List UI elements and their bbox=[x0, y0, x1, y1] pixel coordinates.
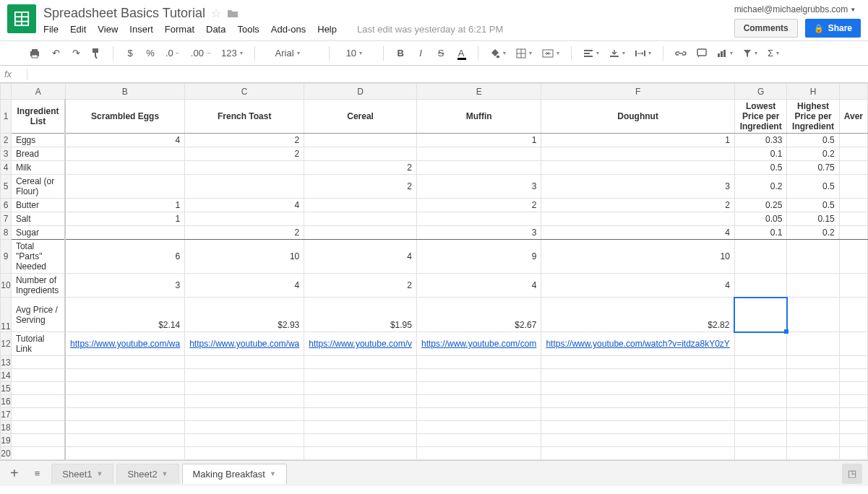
cell[interactable]: 3 bbox=[65, 274, 185, 298]
cell[interactable]: 0.25 bbox=[734, 199, 787, 212]
cell[interactable] bbox=[65, 421, 185, 434]
cell[interactable]: 0.2 bbox=[787, 147, 839, 161]
cell[interactable]: 2 bbox=[304, 274, 417, 298]
cell[interactable] bbox=[416, 161, 541, 175]
cell[interactable] bbox=[839, 298, 867, 332]
cell[interactable]: 0.5 bbox=[787, 175, 839, 199]
share-button[interactable]: 🔒Share bbox=[805, 19, 861, 38]
cell[interactable] bbox=[65, 447, 185, 460]
cell[interactable]: 2 bbox=[304, 175, 417, 199]
col-header-D[interactable]: D bbox=[304, 84, 417, 100]
row-header-1[interactable]: 1 bbox=[1, 100, 12, 134]
cell[interactable] bbox=[541, 382, 734, 395]
cell[interactable]: 2 bbox=[541, 199, 734, 212]
chevron-down-icon[interactable]: ▼ bbox=[270, 470, 276, 477]
cell[interactable]: 1 bbox=[541, 134, 734, 147]
header-cell-partial[interactable]: Aver bbox=[839, 100, 867, 134]
chevron-down-icon[interactable]: ▼ bbox=[96, 470, 103, 477]
row-header-20[interactable]: 20 bbox=[1, 447, 12, 460]
cell[interactable] bbox=[304, 382, 417, 395]
row-header-4[interactable]: 4 bbox=[1, 161, 12, 175]
cell[interactable]: 4 bbox=[185, 274, 304, 298]
header-cell[interactable]: Ingredient List bbox=[11, 100, 65, 134]
cell[interactable] bbox=[304, 134, 417, 147]
cell[interactable] bbox=[839, 421, 867, 434]
fill-color-icon[interactable] bbox=[490, 48, 506, 58]
folder-icon[interactable] bbox=[227, 9, 239, 19]
cell[interactable]: 1 bbox=[65, 199, 185, 212]
cell[interactable] bbox=[304, 147, 417, 161]
cell[interactable]: Milk bbox=[11, 161, 65, 175]
chart-icon[interactable] bbox=[717, 49, 733, 58]
cell[interactable] bbox=[787, 356, 839, 369]
select-all-corner[interactable] bbox=[1, 84, 12, 100]
cell[interactable]: Avg Price / Serving bbox=[11, 298, 65, 332]
cell[interactable] bbox=[304, 212, 417, 226]
cell[interactable] bbox=[416, 434, 541, 447]
cell[interactable]: 4 bbox=[65, 134, 185, 147]
header-cell[interactable]: Highest Price per Ingredient bbox=[787, 100, 839, 134]
menu-view[interactable]: View bbox=[98, 24, 118, 35]
cell[interactable] bbox=[11, 382, 65, 395]
cell[interactable] bbox=[11, 408, 65, 421]
cell[interactable] bbox=[304, 226, 417, 240]
cell[interactable] bbox=[65, 147, 185, 161]
cell[interactable]: 4 bbox=[541, 274, 734, 298]
cell[interactable] bbox=[304, 434, 417, 447]
cell[interactable]: 0.5 bbox=[787, 134, 839, 147]
cell[interactable] bbox=[185, 382, 304, 395]
cell[interactable]: 0.1 bbox=[734, 226, 787, 240]
cell[interactable]: $1.95 bbox=[304, 298, 417, 332]
link-cell[interactable]: https://www.youtube.com/wa bbox=[185, 332, 304, 356]
last-edit-info[interactable]: Last edit was yesterday at 6:21 PM bbox=[357, 24, 503, 35]
cell[interactable]: 9 bbox=[416, 240, 541, 274]
cell[interactable] bbox=[185, 175, 304, 199]
all-sheets-button[interactable]: ≡ bbox=[30, 465, 45, 482]
link-cell[interactable]: https://www.youtube.com/watch?v=itdza8kY… bbox=[541, 332, 734, 356]
cell[interactable] bbox=[65, 408, 185, 421]
cell[interactable] bbox=[11, 369, 65, 382]
cell[interactable] bbox=[839, 408, 867, 421]
cell[interactable]: Tutorial Link bbox=[11, 332, 65, 356]
cell[interactable] bbox=[185, 369, 304, 382]
cell[interactable] bbox=[65, 434, 185, 447]
cell[interactable]: 2 bbox=[416, 199, 541, 212]
cell[interactable] bbox=[839, 356, 867, 369]
cell[interactable]: 4 bbox=[304, 240, 417, 274]
cell[interactable] bbox=[416, 395, 541, 408]
cell[interactable] bbox=[416, 421, 541, 434]
increase-decimal-icon[interactable]: .00→ bbox=[191, 48, 211, 58]
cell[interactable]: 2 bbox=[185, 134, 304, 147]
cell[interactable] bbox=[65, 395, 185, 408]
cell[interactable] bbox=[541, 460, 734, 461]
col-header-B[interactable]: B bbox=[65, 84, 185, 100]
header-cell[interactable]: Lowest Price per Ingredient bbox=[734, 100, 787, 134]
cell[interactable] bbox=[734, 274, 787, 298]
row-header-2[interactable]: 2 bbox=[1, 134, 12, 147]
cell[interactable] bbox=[304, 408, 417, 421]
col-header-C[interactable]: C bbox=[185, 84, 304, 100]
cell[interactable]: $2.14 bbox=[65, 298, 185, 332]
selected-cell[interactable] bbox=[734, 298, 787, 332]
row-header-19[interactable]: 19 bbox=[1, 434, 12, 447]
cell[interactable]: 0.75 bbox=[787, 161, 839, 175]
cell[interactable]: 0.15 bbox=[787, 212, 839, 226]
menu-edit[interactable]: Edit bbox=[70, 24, 86, 35]
cell[interactable] bbox=[541, 147, 734, 161]
h-align-icon[interactable] bbox=[583, 49, 599, 58]
cell[interactable] bbox=[304, 356, 417, 369]
cell[interactable]: 0.33 bbox=[734, 134, 787, 147]
cell[interactable] bbox=[839, 460, 867, 461]
cell[interactable]: 0.5 bbox=[734, 161, 787, 175]
print-icon[interactable] bbox=[29, 48, 40, 58]
cell[interactable]: 2 bbox=[185, 226, 304, 240]
cell[interactable] bbox=[416, 408, 541, 421]
cell[interactable] bbox=[541, 434, 734, 447]
cell[interactable] bbox=[734, 408, 787, 421]
cell[interactable] bbox=[304, 421, 417, 434]
link-icon[interactable] bbox=[675, 50, 687, 57]
col-header-A[interactable]: A bbox=[11, 84, 65, 100]
row-header-13[interactable]: 13 bbox=[1, 356, 12, 369]
row-header-9[interactable]: 9 bbox=[1, 240, 12, 274]
cell[interactable] bbox=[787, 421, 839, 434]
